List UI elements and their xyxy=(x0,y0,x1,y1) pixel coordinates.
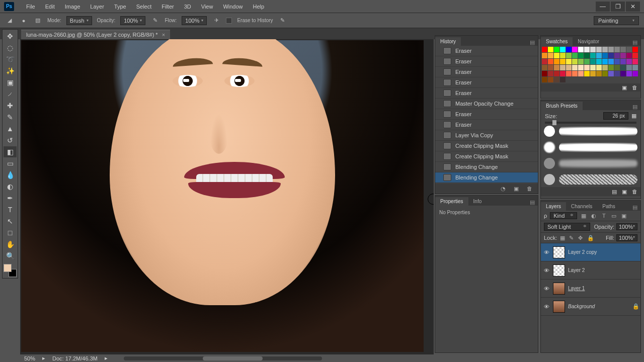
swatch[interactable] xyxy=(632,65,638,70)
swatch-new-icon[interactable]: ▣ xyxy=(622,84,627,91)
history-panel-menu-icon[interactable]: ▤ xyxy=(527,39,538,46)
swatch[interactable] xyxy=(554,65,559,70)
filter-smart-icon[interactable]: ▣ xyxy=(620,212,627,219)
fg-color-swatch[interactable] xyxy=(4,264,12,272)
brush-presets-tab[interactable]: Brush Presets xyxy=(541,102,583,110)
brush-preset-item[interactable] xyxy=(544,125,637,138)
blur-tool[interactable]: 💧 xyxy=(4,169,17,180)
filter-pixel-icon[interactable]: ▦ xyxy=(580,212,587,219)
brush-tool[interactable]: ✎ xyxy=(4,112,17,123)
swatch[interactable] xyxy=(614,65,620,70)
swatch[interactable] xyxy=(542,59,547,64)
menu-layer[interactable]: Layer xyxy=(85,4,109,10)
channels-tab[interactable]: Channels xyxy=(566,202,597,211)
menu-edit[interactable]: Edit xyxy=(40,4,60,10)
swatch[interactable] xyxy=(632,59,638,64)
lock-transparency-icon[interactable]: ▦ xyxy=(560,235,566,241)
swatch[interactable] xyxy=(620,71,626,76)
shape-tool[interactable]: □ xyxy=(4,227,17,238)
brush-size-slider[interactable] xyxy=(545,122,636,124)
swatch[interactable] xyxy=(584,71,590,76)
layer-thumbnail[interactable] xyxy=(553,301,565,313)
menu-help[interactable]: Help xyxy=(248,4,270,10)
gradient-tool[interactable]: ▭ xyxy=(4,158,17,169)
flow-field[interactable]: 100%▾ xyxy=(182,16,207,25)
history-item[interactable]: Blending Change xyxy=(435,162,538,172)
swatch[interactable] xyxy=(578,71,584,76)
swatch[interactable] xyxy=(596,71,602,76)
swatch[interactable] xyxy=(608,65,614,70)
swatch[interactable] xyxy=(566,47,572,52)
history-item[interactable]: Layer Via Copy xyxy=(435,130,538,141)
swatch[interactable] xyxy=(584,59,590,64)
history-item[interactable]: Eraser xyxy=(435,120,538,130)
filter-shape-icon[interactable]: ▭ xyxy=(610,212,617,219)
swatch[interactable] xyxy=(554,47,559,52)
swatch[interactable] xyxy=(572,47,578,52)
swatch[interactable] xyxy=(542,71,547,76)
swatch[interactable] xyxy=(560,59,566,64)
layer-visibility-icon[interactable]: 👁 xyxy=(543,304,550,310)
swatch[interactable] xyxy=(602,47,608,52)
swatch[interactable] xyxy=(584,53,590,58)
crop-tool[interactable]: ▣ xyxy=(4,77,17,88)
swatch[interactable] xyxy=(596,65,602,70)
brush-toggle-icon[interactable]: ▦ xyxy=(631,113,636,119)
pen-tool[interactable]: ✒ xyxy=(4,193,17,204)
layer-opacity-field[interactable]: 100%▾ xyxy=(616,223,637,230)
properties-panel-menu-icon[interactable]: ▤ xyxy=(527,199,538,206)
swatch[interactable] xyxy=(560,71,566,76)
filter-adjust-icon[interactable]: ◐ xyxy=(590,212,597,219)
swatch[interactable] xyxy=(620,53,626,58)
minimize-button[interactable]: — xyxy=(596,2,610,12)
maximize-button[interactable]: ❐ xyxy=(611,2,625,12)
eyedropper-tool[interactable]: ⟋ xyxy=(4,88,17,100)
swatch[interactable] xyxy=(542,65,547,70)
swatch[interactable] xyxy=(632,53,638,58)
swatch[interactable] xyxy=(626,53,632,58)
swatch[interactable] xyxy=(542,47,547,52)
dodge-tool[interactable]: ◐ xyxy=(4,181,17,192)
eraser-tool[interactable]: ◧ xyxy=(4,146,17,157)
swatch[interactable] xyxy=(554,53,559,58)
layer-visibility-icon[interactable]: 👁 xyxy=(543,267,550,274)
history-item[interactable]: Eraser xyxy=(435,109,538,120)
layer-item[interactable]: 👁Layer 2 xyxy=(541,261,640,280)
lock-all-icon[interactable]: 🔒 xyxy=(587,235,593,241)
brush-size-field[interactable]: 26 px xyxy=(603,112,628,120)
swatch[interactable] xyxy=(578,53,584,58)
swatch[interactable] xyxy=(596,53,602,58)
swatch[interactable] xyxy=(572,53,578,58)
status-arrow-icon[interactable]: ▸ xyxy=(42,355,45,361)
swatch[interactable] xyxy=(554,77,559,82)
menu-select[interactable]: Select xyxy=(131,4,157,10)
wand-tool[interactable]: ✨ xyxy=(4,65,17,76)
swatch[interactable] xyxy=(548,71,553,76)
swatch[interactable] xyxy=(566,65,572,70)
brush-preset-item[interactable] xyxy=(544,173,637,186)
layer-thumbnail[interactable] xyxy=(553,264,565,277)
layer-thumbnail[interactable] xyxy=(553,246,565,258)
swatch[interactable] xyxy=(614,71,620,76)
brush-view-icon[interactable]: ▤ xyxy=(612,189,617,195)
swatch[interactable] xyxy=(608,59,614,64)
swatch[interactable] xyxy=(572,65,578,70)
swatch[interactable] xyxy=(614,47,620,52)
swatches-panel-menu-icon[interactable]: ▤ xyxy=(629,39,640,46)
history-item[interactable]: Eraser xyxy=(435,56,538,67)
brush-delete-icon[interactable]: 🗑 xyxy=(632,189,637,195)
swatch[interactable] xyxy=(590,59,596,64)
swatch[interactable] xyxy=(608,71,614,76)
swatch[interactable] xyxy=(608,47,614,52)
swatch[interactable] xyxy=(584,47,590,52)
opacity-field[interactable]: 100%▾ xyxy=(120,16,145,25)
zoom-tool[interactable]: 🔍 xyxy=(4,250,17,261)
stamp-tool[interactable]: ▲ xyxy=(4,123,17,134)
zoom-readout[interactable]: 50% xyxy=(24,355,35,361)
heal-tool[interactable]: ✚ xyxy=(4,100,17,111)
menu-window[interactable]: Window xyxy=(218,4,248,10)
swatch[interactable] xyxy=(632,71,638,76)
history-new-icon[interactable]: ▣ xyxy=(514,186,521,192)
history-item[interactable]: Master Opacity Change xyxy=(435,99,538,109)
swatch[interactable] xyxy=(590,47,596,52)
